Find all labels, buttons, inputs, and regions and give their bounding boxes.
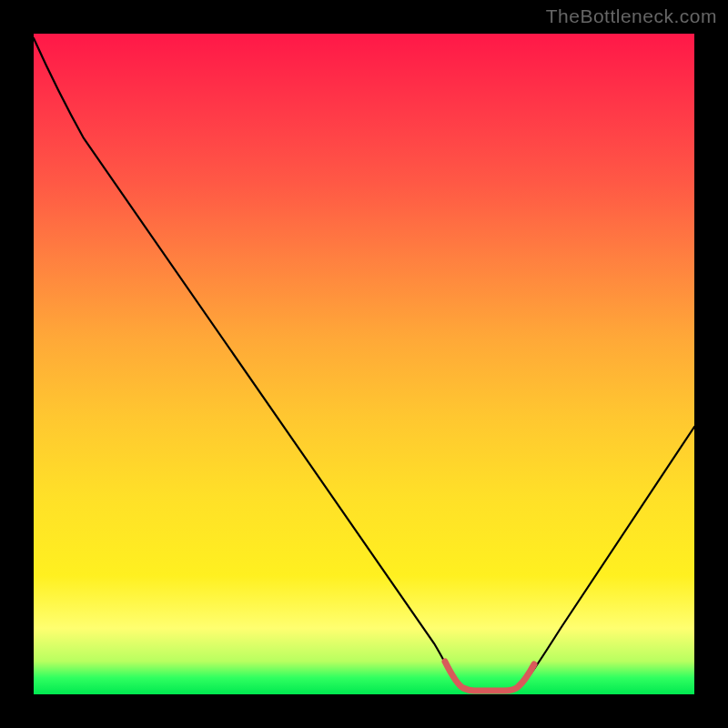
chart-svg [34,34,694,694]
watermark-text: TheBottleneck.com [546,5,717,27]
chart-plot-area [34,34,694,694]
highlight-segment [445,662,534,691]
main-curve [34,38,694,690]
